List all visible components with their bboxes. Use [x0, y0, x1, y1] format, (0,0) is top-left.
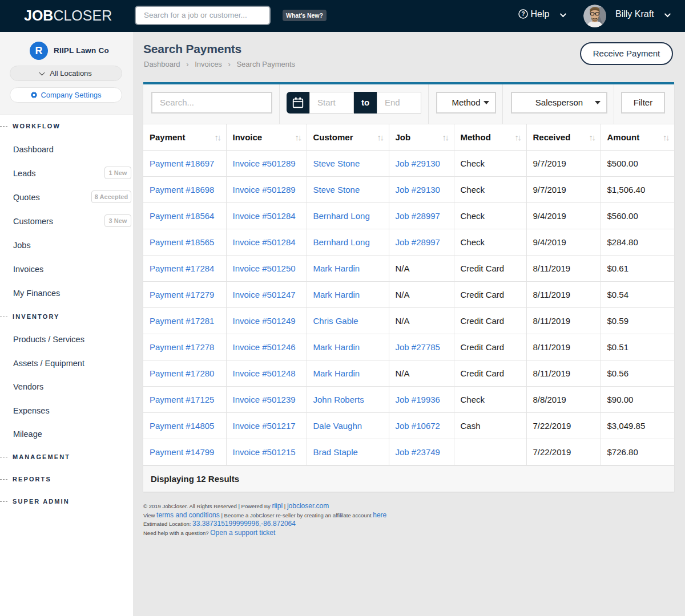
svg-text:?: ?: [521, 11, 525, 17]
